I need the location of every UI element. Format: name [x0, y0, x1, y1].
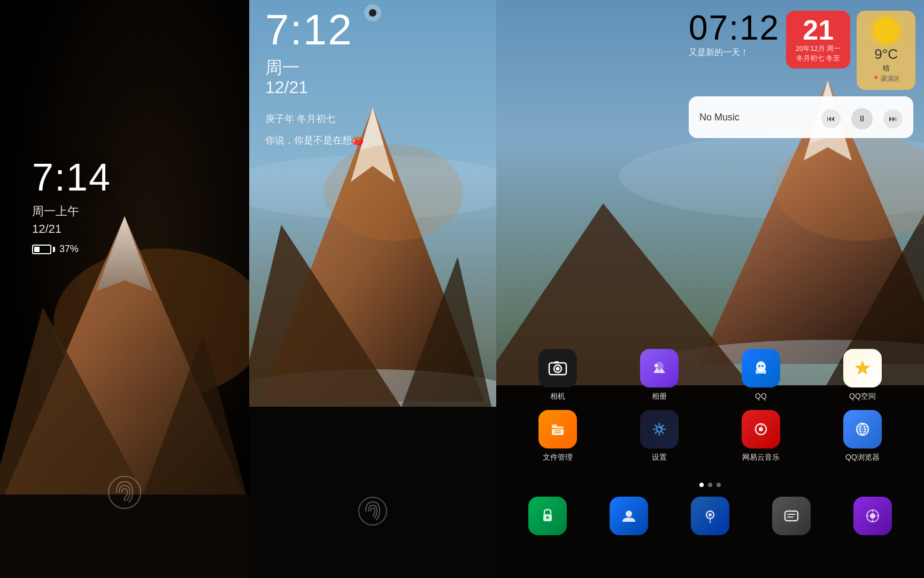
app-item-contact[interactable] — [607, 497, 650, 535]
front-camera — [369, 9, 376, 17]
svg-point-51 — [709, 513, 712, 516]
password-app-icon — [528, 497, 567, 535]
home-lunar-date: 庚子年 冬月初七 — [265, 112, 335, 125]
widget-time-display: 07:12 — [689, 11, 780, 45]
svg-rect-30 — [555, 361, 559, 363]
widget-row-top: 07:12 又是新的一天！ 21 20年12月 周一 冬月初七 冬至 9°C 晴… — [689, 11, 913, 90]
music-info-area: No Music — [699, 112, 813, 123]
app-item-myapp[interactable] — [851, 497, 894, 535]
weather-widget[interactable]: 9°C 晴 📍 梁溪区 — [857, 11, 915, 90]
page-dot-2 — [708, 483, 712, 487]
weather-description: 晴 — [865, 64, 907, 73]
fingerprint-lock-icon[interactable] — [103, 471, 146, 514]
svg-rect-53 — [785, 511, 798, 521]
app-item-settings[interactable]: 设置 — [633, 410, 686, 462]
svg-point-17 — [359, 497, 387, 525]
lock-time: 7:14 — [32, 155, 111, 199]
music-controls-area: ⏮ ⏸ ⏭ — [821, 108, 903, 130]
svg-point-49 — [626, 511, 632, 517]
qqzone-app-label: QQ空间 — [849, 392, 876, 401]
battery-cap — [53, 247, 55, 252]
netease-app-icon — [742, 410, 780, 448]
home-date-display: 12/21 — [265, 78, 308, 97]
weather-sun-icon — [873, 17, 899, 44]
lock-screen: 7:14 周一上午 12/21 37% — [0, 0, 249, 578]
filemanager-app-label: 文件管理 — [543, 453, 573, 462]
svg-marker-36 — [856, 361, 869, 374]
app-item-receiver[interactable] — [770, 497, 813, 535]
photos-app-label: 相册 — [652, 392, 667, 401]
receiver-app-icon — [772, 497, 811, 535]
netease-app-label: 网易云音乐 — [742, 453, 780, 462]
page-dot-1 — [699, 483, 704, 487]
weather-temperature: 9°C — [865, 46, 907, 63]
bottom-app-dock — [507, 497, 913, 535]
svg-rect-38 — [552, 424, 557, 428]
app-item-qq[interactable]: QQ — [734, 349, 788, 401]
music-play-pause-button[interactable]: ⏸ — [851, 108, 873, 130]
music-prev-button[interactable]: ⏮ — [821, 109, 841, 128]
camera-app-icon — [538, 349, 577, 387]
qq-app-icon — [742, 349, 780, 387]
svg-point-34 — [758, 365, 760, 367]
home-screen-middle: 7:12 周一 12/21 庚子年 冬月初七 你说，你是不是在想🍅 — [249, 0, 496, 578]
app-row-1: 相机 相册 — [507, 349, 913, 401]
top-widgets-container: 07:12 又是新的一天！ 21 20年12月 周一 冬月初七 冬至 9°C 晴… — [689, 11, 913, 138]
music-next-button[interactable]: ⏭ — [883, 109, 903, 128]
battery-body — [32, 245, 51, 254]
lock-battery-indicator: 37% — [32, 244, 79, 255]
lock-weekday: 周一上午 — [32, 203, 79, 219]
filemanager-app-icon — [538, 410, 577, 448]
widget-greeting-text: 又是新的一天！ — [689, 47, 780, 58]
battery-fill — [34, 247, 40, 252]
calendar-lunar: 冬月初七 冬至 — [795, 54, 842, 63]
app-item-camera[interactable]: 相机 — [531, 349, 584, 401]
calendar-year-month: 20年12月 周一 — [795, 44, 842, 54]
weather-location: 📍 梁溪区 — [865, 74, 907, 83]
photos-app-icon — [640, 349, 679, 387]
app-item-filemanager[interactable]: 文件管理 — [531, 410, 584, 462]
location-pin-icon: 📍 — [872, 75, 880, 82]
home-weekday-display: 周一 — [265, 56, 299, 80]
lock-date: 12/21 — [32, 222, 61, 236]
page-dot-3 — [717, 483, 721, 487]
time-greeting-area: 07:12 又是新的一天！ — [689, 11, 780, 58]
app-item-qqzone[interactable]: QQ空间 — [836, 349, 889, 401]
svg-point-55 — [870, 513, 875, 519]
app-item-netease[interactable]: 网易云音乐 — [734, 410, 788, 462]
app-item-password[interactable] — [526, 497, 569, 535]
home-time-display: 7:12 — [265, 5, 353, 55]
app-row-2: 文件管理 设置 — [507, 410, 913, 462]
app-grid-container: 相机 相册 — [507, 349, 913, 471]
settings-app-label: 设置 — [652, 453, 667, 462]
camera-app-label: 相机 — [550, 392, 565, 401]
qqbrowser-app-icon — [843, 410, 882, 448]
calendar-day-number: 21 — [795, 16, 842, 44]
fingerprint-home-icon[interactable] — [354, 492, 391, 530]
app-item-photos[interactable]: 相册 — [633, 349, 686, 401]
home-widgets-panel: 07:12 又是新的一天！ 21 20年12月 周一 冬月初七 冬至 9°C 晴… — [496, 0, 924, 578]
qq-app-label: QQ — [755, 392, 767, 400]
qqzone-app-icon — [843, 349, 882, 387]
battery-icon — [32, 245, 55, 254]
svg-point-29 — [556, 367, 560, 371]
app-item-finddevice[interactable] — [689, 497, 732, 535]
svg-point-44 — [759, 427, 763, 431]
svg-point-42 — [659, 426, 663, 429]
settings-app-icon — [640, 410, 679, 448]
svg-point-48 — [546, 516, 549, 519]
battery-percent-label: 37% — [59, 244, 79, 255]
contact-app-icon — [610, 497, 648, 535]
calendar-widget[interactable]: 21 20年12月 周一 冬月初七 冬至 — [786, 11, 850, 69]
app-item-qqbrowser[interactable]: QQ浏览器 — [836, 410, 889, 462]
finddevice-app-icon — [691, 497, 729, 535]
music-player-widget[interactable]: No Music ⏮ ⏸ ⏭ — [689, 96, 913, 138]
home-camera-notch — [364, 4, 381, 21]
svg-point-35 — [761, 365, 764, 367]
myapp-app-icon — [853, 497, 892, 535]
svg-point-16 — [324, 144, 463, 241]
home-slogan-text: 你说，你是不是在想🍅 — [265, 134, 364, 147]
qqbrowser-app-label: QQ浏览器 — [845, 453, 880, 462]
page-indicator-dots — [699, 483, 721, 487]
music-title-label: No Music — [699, 112, 813, 123]
